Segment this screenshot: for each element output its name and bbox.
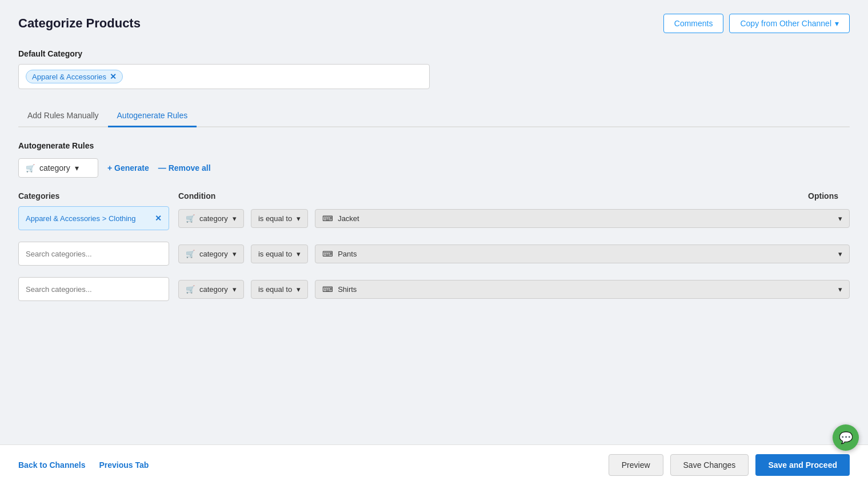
page-title: Categorize Products — [18, 16, 141, 31]
rule-2-category-search[interactable] — [18, 242, 169, 266]
rule-1-category-cell: Apparel & Accessories > Clothing ✕ — [18, 206, 178, 230]
rule-1-condition-op-chevron: ▾ — [297, 214, 301, 223]
table-row: category ▾ is equal to ▾ Pants ▾ — [18, 242, 850, 266]
rule-1-condition-type-label: category — [199, 214, 228, 223]
tabs: Add Rules Manually Autogenerate Rules — [18, 105, 850, 127]
rule-1-condition-type-chevron: ▾ — [233, 214, 237, 223]
rule-1-conditions: category ▾ is equal to ▾ Jacket ▾ — [178, 209, 850, 228]
category-dropdown[interactable]: category ▾ — [18, 158, 98, 178]
rule-2-condition-type[interactable]: category ▾ — [178, 244, 244, 263]
chat-bubble-icon: 💬 — [839, 431, 853, 444]
back-to-channels-button[interactable]: Back to Channels — [18, 460, 85, 470]
rule-3-conditions: category ▾ is equal to ▾ Shirts ▾ — [178, 280, 850, 299]
rules-table-header: Categories Condition Options — [18, 191, 850, 206]
copy-from-channel-label: Copy from Other Channel — [740, 19, 831, 28]
page-wrapper: Categorize Products Comments Copy from O… — [0, 0, 868, 485]
tab-add-rules-manually[interactable]: Add Rules Manually — [18, 105, 108, 127]
rule-3-condition-op[interactable]: is equal to ▾ — [251, 280, 308, 299]
default-category-tag-text: Apparel & Accessories — [32, 73, 106, 81]
rule-1-condition-value-label: Jacket — [338, 214, 359, 223]
preview-button[interactable]: Preview — [609, 454, 663, 476]
rule-1-value-chevron: ▾ — [838, 214, 842, 223]
copy-from-channel-button[interactable]: Copy from Other Channel ▾ — [729, 14, 850, 33]
default-category-tag: Apparel & Accessories ✕ — [26, 70, 123, 83]
cart-icon — [186, 250, 195, 258]
rule-1-category-text: Apparel & Accessories > Clothing — [26, 214, 136, 223]
category-dropdown-chevron: ▾ — [75, 163, 79, 173]
keyboard-icon — [322, 250, 333, 258]
page-footer: Back to Channels Previous Tab Preview Sa… — [0, 444, 868, 485]
header-actions: Comments Copy from Other Channel ▾ — [663, 14, 850, 33]
rule-2-conditions: category ▾ is equal to ▾ Pants ▾ — [178, 244, 850, 263]
col-header-options: Options — [735, 191, 850, 201]
cart-icon — [26, 163, 35, 173]
rule-2-value-chevron: ▾ — [838, 250, 842, 258]
col-header-categories: Categories — [18, 191, 178, 201]
default-category-input-box[interactable]: Apparel & Accessories ✕ — [18, 64, 430, 89]
default-category-tag-close[interactable]: ✕ — [110, 72, 117, 81]
rule-2-condition-value[interactable]: Pants ▾ — [315, 244, 850, 263]
rule-3-condition-op-label: is equal to — [258, 285, 292, 294]
save-and-proceed-button[interactable]: Save and Proceed — [755, 454, 850, 476]
rule-1-condition-op-label: is equal to — [258, 214, 292, 223]
table-row: Apparel & Accessories > Clothing ✕ categ… — [18, 206, 850, 230]
rule-2-condition-type-chevron: ▾ — [233, 250, 237, 258]
cart-icon — [186, 214, 195, 223]
rule-2-condition-op[interactable]: is equal to ▾ — [251, 244, 308, 263]
remove-all-button[interactable]: — Remove all — [158, 163, 211, 173]
rule-3-condition-type[interactable]: category ▾ — [178, 280, 244, 299]
footer-right: Preview Save Changes Save and Proceed — [609, 454, 850, 476]
rule-3-category-search[interactable] — [18, 277, 169, 301]
rule-3-value-chevron: ▾ — [838, 285, 842, 294]
rule-3-condition-value[interactable]: Shirts ▾ — [315, 280, 850, 299]
rule-3-condition-type-label: category — [199, 285, 228, 294]
chat-bubble[interactable]: 💬 — [833, 424, 859, 451]
rule-3-category-cell — [18, 277, 178, 301]
rule-3-condition-op-chevron: ▾ — [297, 285, 301, 294]
category-dropdown-value: category — [39, 163, 70, 173]
table-row: category ▾ is equal to ▾ Shirts ▾ — [18, 277, 850, 301]
rule-2-category-cell — [18, 242, 178, 266]
save-changes-button[interactable]: Save Changes — [670, 454, 749, 476]
rule-1-category-close[interactable]: ✕ — [155, 214, 162, 223]
copy-chevron-icon: ▾ — [835, 19, 839, 28]
rule-2-condition-type-label: category — [199, 250, 228, 258]
rule-1-condition-op[interactable]: is equal to ▾ — [251, 209, 308, 228]
keyboard-icon — [322, 214, 333, 223]
generate-button[interactable]: + Generate — [107, 163, 149, 173]
cart-icon — [186, 285, 195, 294]
col-header-condition: Condition — [178, 191, 735, 201]
rule-3-condition-value-label: Shirts — [338, 285, 357, 294]
rule-1-condition-type[interactable]: category ▾ — [178, 209, 244, 228]
main-content: Categorize Products Comments Copy from O… — [0, 0, 868, 444]
rule-1-condition-value[interactable]: Jacket ▾ — [315, 209, 850, 228]
autogenerate-rules-title: Autogenerate Rules — [18, 141, 850, 150]
rule-2-condition-value-label: Pants — [338, 250, 357, 258]
comments-button[interactable]: Comments — [663, 14, 724, 33]
tab-autogenerate-rules[interactable]: Autogenerate Rules — [108, 105, 197, 127]
rule-2-condition-op-chevron: ▾ — [297, 250, 301, 258]
default-category-label: Default Category — [18, 49, 850, 58]
footer-left: Back to Channels Previous Tab — [18, 460, 149, 470]
rule-3-condition-type-chevron: ▾ — [233, 285, 237, 294]
keyboard-icon — [322, 285, 333, 294]
rule-2-condition-op-label: is equal to — [258, 250, 292, 258]
page-header: Categorize Products Comments Copy from O… — [18, 14, 850, 33]
rule-1-category-tag: Apparel & Accessories > Clothing ✕ — [18, 206, 169, 230]
previous-tab-button[interactable]: Previous Tab — [99, 460, 149, 470]
rules-controls: category ▾ + Generate — Remove all — [18, 158, 850, 178]
